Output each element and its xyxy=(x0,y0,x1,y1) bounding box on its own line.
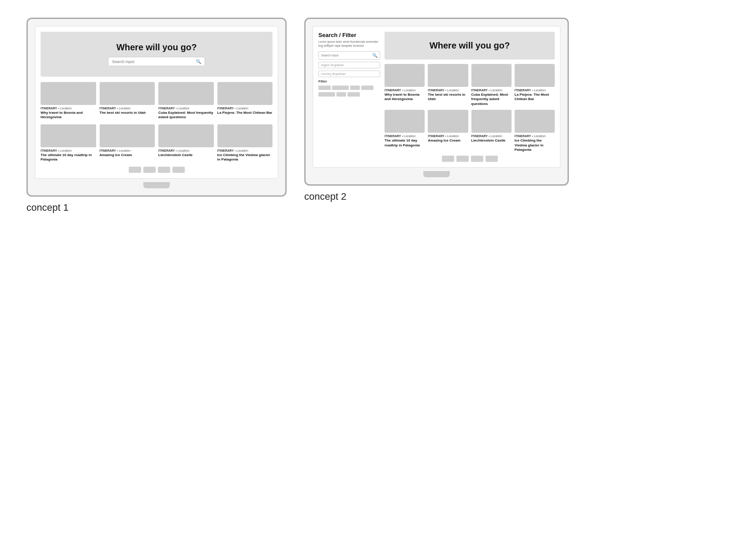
page-btn[interactable] xyxy=(143,167,156,173)
filter-tag[interactable] xyxy=(332,86,349,90)
card-item[interactable]: ITINERARY • Location The best ski resort… xyxy=(100,82,155,120)
card-meta: ITINERARY • Location xyxy=(41,107,96,110)
card-item[interactable]: ITINERARY • Location Ice Climbing the Vi… xyxy=(515,110,555,152)
card-image xyxy=(100,124,155,147)
card-item[interactable]: ITINERARY • Location Liechtenstein Castl… xyxy=(471,110,512,152)
card-item[interactable]: ITINERARY • Location The ultimate 10 day… xyxy=(385,110,425,152)
page-btn[interactable] xyxy=(129,167,141,173)
search-icon: 🔍 xyxy=(196,59,201,64)
card-meta: ITINERARY • Location xyxy=(158,149,214,152)
card-image xyxy=(471,64,512,87)
filter-tag[interactable] xyxy=(347,92,360,97)
concepts-row: Where will you go? 🔍 ITINERARY • Locatio… xyxy=(26,18,569,213)
filter-tag[interactable] xyxy=(336,92,346,97)
filter-tag[interactable] xyxy=(318,86,331,90)
concept2-monitor: Search / Filter Lorem ipsum dolor amet t… xyxy=(304,18,569,186)
card-title: Amazing Ice Cream xyxy=(428,138,468,143)
concept1-cards-row1: ITINERARY • Location Why travel to Bosni… xyxy=(41,82,273,120)
page-btn[interactable] xyxy=(442,156,454,162)
card-meta: ITINERARY • Location xyxy=(515,89,555,92)
card-item[interactable]: ITINERARY • Location Why travel to Bosni… xyxy=(385,64,425,106)
concept1-search-row[interactable]: 🔍 xyxy=(108,57,205,66)
card-meta: ITINERARY • Location xyxy=(515,134,555,138)
card-title: The best ski resorts in Utah xyxy=(428,93,468,102)
page-btn[interactable] xyxy=(172,167,185,173)
concept1-hero-title: Where will you go? xyxy=(48,42,265,52)
card-item[interactable]: ITINERARY • Location The ultimate 10 day… xyxy=(41,124,96,162)
filter-tag[interactable] xyxy=(350,86,360,90)
card-item[interactable]: ITINERARY • Location Amazing Ice Cream xyxy=(100,124,155,162)
card-meta: ITINERARY • Location xyxy=(385,134,425,138)
card-meta: ITINERARY • Location xyxy=(428,89,468,92)
card-title: Cuba Explained: Most frequently asked qu… xyxy=(158,111,214,120)
card-title: Why travel to Bosnia and Herzegovina xyxy=(41,111,96,120)
card-meta: ITINERARY • Location xyxy=(100,149,155,152)
card-title: The ultimate 10 day roadtrip in Patagoni… xyxy=(385,138,425,148)
concept2-pagination xyxy=(385,156,555,162)
card-item[interactable]: ITINERARY • Location Why travel to Bosni… xyxy=(41,82,96,120)
sidebar-search-row[interactable]: 🔍 xyxy=(318,51,380,60)
concept1-wrapper: Where will you go? 🔍 ITINERARY • Locatio… xyxy=(26,18,287,213)
card-meta: ITINERARY • Location xyxy=(41,149,96,152)
card-item[interactable]: ITINERARY • Location La Piojera: The Mos… xyxy=(217,82,273,120)
card-image xyxy=(428,110,468,133)
concept1-search-input[interactable] xyxy=(112,60,196,64)
card-title: Cuba Explained: Most frequently asked qu… xyxy=(471,93,512,106)
region-dropdown[interactable]: region dropdown xyxy=(318,62,380,68)
card-image xyxy=(515,64,555,87)
card-image xyxy=(217,124,273,147)
card-meta: ITINERARY • Location xyxy=(471,89,512,92)
card-item[interactable]: ITINERARY • Location Cuba Explained: Mos… xyxy=(158,82,214,120)
page-btn[interactable] xyxy=(456,156,469,162)
concept1-label: concept 1 xyxy=(26,202,287,213)
card-item[interactable]: ITINERARY • Location Cuba Explained: Mos… xyxy=(471,64,512,106)
card-image xyxy=(217,82,273,105)
card-image xyxy=(428,64,468,87)
concept2-main: Where will you go? ITINERARY • Location … xyxy=(385,32,555,162)
card-title: Why travel to Bosnia and Herzegovina xyxy=(385,93,425,102)
sidebar-search-input[interactable] xyxy=(321,54,372,57)
concept2-sidebar: Search / Filter Lorem ipsum dolor amet t… xyxy=(318,32,380,162)
card-title: La Piojera: The Most Chilean Bar xyxy=(217,111,273,115)
concept2-cards-row2: ITINERARY • Location The ultimate 10 day… xyxy=(385,110,555,152)
card-item[interactable]: ITINERARY • Location Ice Climbing the Vi… xyxy=(217,124,273,162)
concept1-screen: Where will you go? 🔍 ITINERARY • Locatio… xyxy=(35,26,278,179)
card-image xyxy=(100,82,155,105)
filter-tag[interactable] xyxy=(318,92,335,97)
card-image xyxy=(158,124,214,147)
card-title: Ice Climbing the Viedma glacier in Patag… xyxy=(515,138,555,152)
concept1-hero: Where will you go? 🔍 xyxy=(41,32,273,77)
card-meta: ITINERARY • Location xyxy=(217,149,273,152)
card-image xyxy=(158,82,214,105)
card-item[interactable]: ITINERARY • Location La Piojera: The Mos… xyxy=(515,64,555,106)
filter-label: Filter xyxy=(318,79,380,83)
card-image xyxy=(385,110,425,133)
concept2-hero: Where will you go? xyxy=(385,32,555,60)
card-item[interactable]: ITINERARY • Location The best ski resort… xyxy=(428,64,468,106)
page-btn[interactable] xyxy=(158,167,170,173)
card-title: The ultimate 10 day roadtrip in Patagoni… xyxy=(41,153,96,162)
concept2-wrapper: Search / Filter Lorem ipsum dolor amet t… xyxy=(304,18,569,202)
concept2-layout: Search / Filter Lorem ipsum dolor amet t… xyxy=(318,32,555,162)
concept1-cards-row2: ITINERARY • Location The ultimate 10 day… xyxy=(41,124,273,162)
card-image xyxy=(41,124,96,147)
concept2-hero-title: Where will you go? xyxy=(390,41,549,51)
card-item[interactable]: ITINERARY • Location Amazing Ice Cream xyxy=(428,110,468,152)
card-title: Liechtenstein Castle xyxy=(471,138,512,143)
page-btn[interactable] xyxy=(486,156,498,162)
concept1-pagination xyxy=(41,167,273,173)
card-item[interactable]: ITINERARY • Location Liechtenstein Castl… xyxy=(158,124,214,162)
card-image xyxy=(471,110,512,133)
concept2-screen: Search / Filter Lorem ipsum dolor amet t… xyxy=(313,26,560,168)
card-image xyxy=(385,64,425,87)
card-title: Liechtenstein Castle xyxy=(158,153,214,157)
filter-tag[interactable] xyxy=(361,86,374,90)
card-meta: ITINERARY • Location xyxy=(385,89,425,92)
sidebar-title: Search / Filter xyxy=(318,32,380,38)
page-btn[interactable] xyxy=(471,156,483,162)
country-dropdown[interactable]: country dropdown xyxy=(318,71,380,77)
card-title: Amazing Ice Cream xyxy=(100,153,155,157)
card-title: La Piojera: The Most Chilean Bar xyxy=(515,93,555,102)
card-title: Ice Climbing the Viedma glacier in Patag… xyxy=(217,153,273,162)
card-image xyxy=(41,82,96,105)
